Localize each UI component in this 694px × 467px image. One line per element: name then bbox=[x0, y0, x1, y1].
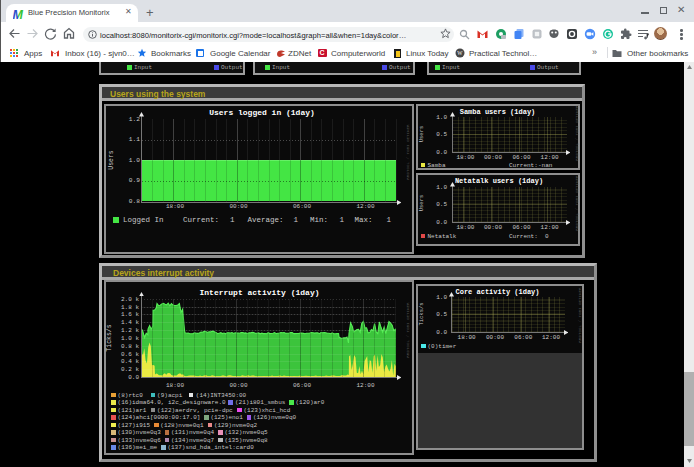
svg-text:M: M bbox=[13, 8, 24, 20]
svg-text:W: W bbox=[457, 50, 463, 56]
